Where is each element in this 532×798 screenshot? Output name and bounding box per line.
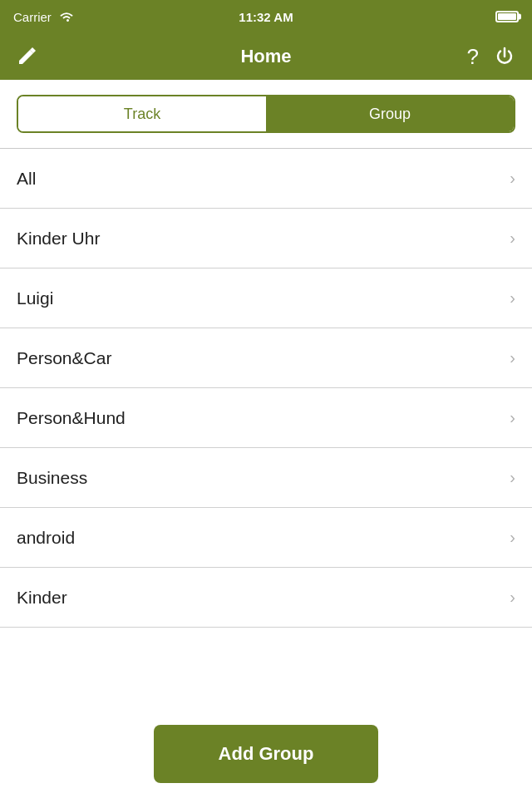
nav-right: ? [467, 46, 515, 67]
add-group-button[interactable]: Add Group [154, 725, 378, 783]
list-item-label: Person&Hund [17, 408, 126, 428]
power-icon [494, 46, 515, 67]
chevron-icon: › [510, 528, 515, 547]
nav-left [17, 45, 38, 69]
status-left: Carrier [13, 10, 73, 24]
status-right [495, 11, 519, 22]
edit-button[interactable] [17, 45, 38, 69]
chevron-icon: › [510, 408, 515, 427]
pencil-icon [17, 45, 38, 66]
list-item[interactable]: Luigi › [0, 268, 532, 328]
list-item-label: Kinder Uhr [17, 229, 100, 249]
nav-title: Home [240, 46, 291, 67]
list-item-label: All [17, 169, 36, 189]
group-tab[interactable]: Group [266, 96, 514, 131]
list-item[interactable]: All › [0, 149, 532, 209]
list: All › Kinder Uhr › Luigi › Person&Car › … [0, 149, 532, 628]
nav-bar: Home ? [0, 33, 532, 80]
list-item-label: android [17, 528, 75, 548]
power-button[interactable] [494, 46, 515, 67]
list-item[interactable]: Person&Car › [0, 328, 532, 388]
list-item[interactable]: Business › [0, 448, 532, 508]
list-item[interactable]: Kinder Uhr › [0, 209, 532, 268]
list-item[interactable]: android › [0, 508, 532, 568]
list-item-label: Luigi [17, 288, 53, 308]
chevron-icon: › [510, 288, 515, 308]
list-item[interactable]: Person&Hund › [0, 388, 532, 448]
list-item-label: Kinder [17, 588, 67, 608]
carrier-label: Carrier [13, 10, 52, 24]
chevron-icon: › [510, 468, 515, 487]
chevron-icon: › [510, 348, 515, 367]
chevron-icon: › [510, 229, 515, 248]
help-button[interactable]: ? [467, 46, 479, 67]
status-bar: Carrier 11:32 AM [0, 0, 532, 33]
segment-control: Track Group [17, 95, 515, 133]
wifi-icon [58, 11, 73, 22]
list-item-label: Business [17, 468, 87, 488]
list-item-label: Person&Car [17, 348, 111, 368]
chevron-icon: › [510, 588, 515, 607]
chevron-icon: › [510, 169, 515, 188]
list-item[interactable]: Kinder › [0, 568, 532, 628]
track-tab[interactable]: Track [18, 96, 266, 131]
status-time: 11:32 AM [239, 10, 293, 24]
segment-container: Track Group [0, 80, 532, 148]
battery-icon [495, 11, 519, 22]
